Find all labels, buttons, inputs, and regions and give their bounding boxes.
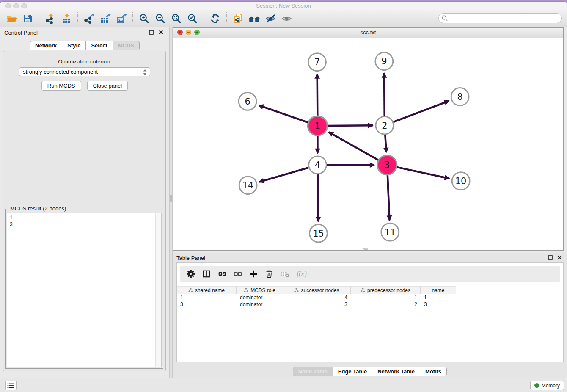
tab-network-table[interactable]: Network Table xyxy=(372,367,420,376)
column-type-icon xyxy=(188,288,193,293)
close-panel-button-2[interactable]: Close panel xyxy=(87,81,128,91)
add-column-button[interactable] xyxy=(245,267,261,281)
column-label: successor nodes xyxy=(301,287,339,293)
save-session-button[interactable] xyxy=(19,11,36,26)
export-network-button[interactable] xyxy=(81,11,97,26)
result-scrollbar[interactable] xyxy=(155,213,161,367)
delete-table-button xyxy=(277,267,292,281)
table-row[interactable]: 3dominator323 xyxy=(177,301,563,308)
run-mcds-button[interactable]: Run MCDS xyxy=(41,81,81,91)
column-header-mcds-role[interactable]: MCDS role xyxy=(237,286,283,294)
float-panel-button[interactable] xyxy=(149,30,154,35)
tab-motifs[interactable]: Motifs xyxy=(420,367,447,376)
import-network-icon xyxy=(45,13,56,24)
delete-table-icon xyxy=(280,270,289,278)
panel-splitter[interactable] xyxy=(169,27,173,378)
tab-select[interactable]: Select xyxy=(86,41,113,50)
show-all-button[interactable] xyxy=(278,11,295,26)
search-input[interactable] xyxy=(438,13,562,23)
splitter-grip[interactable] xyxy=(170,195,172,202)
add-icon xyxy=(249,270,258,278)
refresh-icon xyxy=(210,13,221,24)
clone-network-button[interactable] xyxy=(230,11,246,26)
float-icon xyxy=(149,30,154,35)
zoom-selected-icon xyxy=(187,13,198,24)
criterion-value: strongly connected component xyxy=(23,69,98,75)
cell-name[interactable]: 1 xyxy=(421,294,456,301)
column-header-shared-name[interactable]: shared name xyxy=(177,286,237,294)
graph-edge-1-6[interactable] xyxy=(259,105,308,123)
main-toolbar xyxy=(0,10,567,27)
criterion-select[interactable]: strongly connected component xyxy=(19,67,150,76)
control-panel-title: Control Panel xyxy=(4,30,38,36)
column-header-successor-nodes[interactable]: successor nodes xyxy=(283,286,351,294)
import-table-button[interactable] xyxy=(58,11,74,26)
task-history-button[interactable] xyxy=(5,381,17,390)
tab-node-table[interactable]: Node Table xyxy=(293,367,333,376)
table-row[interactable]: 1dominator411 xyxy=(177,294,563,301)
zoom-out-button[interactable] xyxy=(152,11,168,26)
cell-successor-nodes[interactable]: 3 xyxy=(283,301,351,308)
column-label: predecessor nodes xyxy=(367,287,410,293)
cell-name[interactable]: 3 xyxy=(421,301,456,308)
canvas-scroll-thumb[interactable] xyxy=(363,248,368,250)
cell-predecessor-nodes[interactable]: 1 xyxy=(351,294,421,301)
table-toolbar: f(x) xyxy=(180,266,560,282)
home-layout-button[interactable] xyxy=(246,11,262,26)
import-network-button[interactable] xyxy=(42,11,58,26)
open-file-button[interactable] xyxy=(3,11,19,26)
cell-mcds-role[interactable]: dominator xyxy=(237,294,283,301)
table-panel-tabs: Node TableEdge TableNetwork TableMotifs xyxy=(173,367,567,376)
deselect-all-button[interactable] xyxy=(230,267,245,281)
network-canvas[interactable]: 7968124314101511 xyxy=(173,38,563,250)
open-file-icon xyxy=(6,14,17,24)
export-image-button[interactable] xyxy=(113,11,129,26)
tab-edge-table[interactable]: Edge Table xyxy=(333,367,372,376)
zoom-selected-button[interactable] xyxy=(184,11,201,26)
graph-node-label-7: 7 xyxy=(314,57,320,67)
zoom-fit-button[interactable] xyxy=(168,11,184,26)
graph-edge-3-1[interactable] xyxy=(329,132,378,160)
cell-mcds-role[interactable]: dominator xyxy=(237,301,283,308)
select-all-button[interactable] xyxy=(214,267,230,281)
refresh-button[interactable] xyxy=(207,11,223,26)
column-header-name[interactable]: name xyxy=(421,286,456,294)
graph-edge-3-11[interactable] xyxy=(388,175,390,221)
mcds-buttons: Run MCDS Close panel xyxy=(0,81,169,91)
table-body: 1dominator4113dominator323 xyxy=(177,294,563,308)
result-item: 3 xyxy=(7,221,161,228)
cell-successor-nodes[interactable]: 4 xyxy=(283,294,351,301)
graph-node-label-8: 8 xyxy=(457,92,462,102)
close-panel-button[interactable] xyxy=(158,30,164,35)
cell-shared-name[interactable]: 1 xyxy=(177,294,237,301)
column-header-predecessor-nodes[interactable]: predecessor nodes xyxy=(351,286,421,294)
graph-edge-4-15[interactable] xyxy=(318,174,318,222)
memory-button[interactable]: Memory xyxy=(530,381,564,390)
float-table-panel-button[interactable] xyxy=(548,255,553,260)
tab-style[interactable]: Style xyxy=(62,41,86,50)
tab-network[interactable]: Network xyxy=(30,41,62,50)
close-table-panel-button[interactable] xyxy=(557,255,562,260)
cell-predecessor-nodes[interactable]: 2 xyxy=(351,301,421,308)
mcds-result-list[interactable]: 13 xyxy=(7,213,162,367)
cell-shared-name[interactable]: 3 xyxy=(177,301,237,308)
graph-edge-1-7[interactable] xyxy=(317,74,318,116)
table-settings-button[interactable] xyxy=(183,267,198,281)
graph-edge-4-14[interactable] xyxy=(259,168,309,182)
graph-edge-2-8[interactable] xyxy=(393,101,449,122)
result-item: 1 xyxy=(7,214,161,221)
export-table-icon xyxy=(100,13,111,24)
hide-selected-button[interactable] xyxy=(262,11,278,26)
column-chooser-button[interactable] xyxy=(198,267,214,281)
graph-edge-3-10[interactable] xyxy=(397,167,449,179)
function-builder-icon: f(x) xyxy=(297,270,307,278)
mcds-result-groupbox: MCDS result (2 nodes) 13 xyxy=(5,209,163,369)
zoom-in-button[interactable] xyxy=(136,11,152,26)
app-window: Session: New Session Control Panel xyxy=(0,2,567,392)
tab-mcds[interactable]: MCDS xyxy=(113,41,140,50)
export-table-button[interactable] xyxy=(97,11,113,26)
graph-edge-1-2[interactable] xyxy=(328,125,373,126)
graph-edge-2-9[interactable] xyxy=(384,73,385,116)
graph-edge-2-3[interactable] xyxy=(385,135,386,152)
delete-column-button[interactable] xyxy=(261,267,277,281)
